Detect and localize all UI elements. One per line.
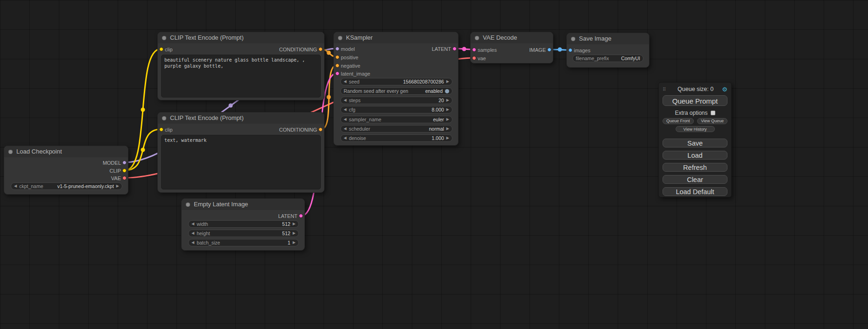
output-dot-latent[interactable] [299,214,303,218]
input-dot-model[interactable] [335,47,339,51]
random-seed-toggle-icon[interactable] [445,89,449,93]
decrement-icon[interactable]: ◀ [344,116,346,123]
widget-width[interactable]: ◀ width 512 ▶ [188,220,299,228]
view-queue-button[interactable]: View Queue [697,118,727,124]
output-slot-latent: LATENT [432,46,451,52]
decrement-icon[interactable]: ◀ [191,230,194,237]
output-dot-conditioning[interactable] [318,127,323,132]
collapse-dot-icon[interactable] [186,203,190,207]
negative-prompt-textarea[interactable]: text, watermark [161,135,321,189]
node-header[interactable]: Save Image [567,33,649,44]
output-dot-model[interactable] [122,161,127,165]
collapse-dot-icon[interactable] [162,116,166,120]
decrement-icon[interactable]: ◀ [191,239,194,246]
input-dot-negative[interactable] [335,63,339,68]
increment-icon[interactable]: ▶ [446,97,449,104]
increment-icon[interactable]: ▶ [446,106,449,113]
collapse-dot-icon[interactable] [8,150,13,154]
node-empty-latent-image[interactable]: Empty Latent Image LATENT ◀ width 512 ▶ … [181,198,305,251]
input-dot-clip[interactable] [159,127,163,132]
node-header[interactable]: CLIP Text Encode (Prompt) [158,32,324,43]
link-midpoint-model [229,104,233,108]
positive-prompt-textarea[interactable]: beautiful scenery nature glass bottle la… [161,55,321,98]
decrement-icon[interactable]: ◀ [344,134,346,142]
output-slot-latent: LATENT [278,213,297,219]
input-dot-clip[interactable] [159,47,163,51]
decrement-icon[interactable]: ◀ [344,125,346,133]
increment-icon[interactable]: ▶ [293,230,296,237]
increment-icon[interactable]: ▶ [446,134,449,142]
node-save-image[interactable]: Save Image images filename_prefix ComfyU… [566,33,649,68]
increment-icon[interactable]: ▶ [446,78,449,85]
node-load-checkpoint[interactable]: Load Checkpoint MODEL CLIP VAE ◀ ckpt_na… [4,146,128,195]
input-dot-positive[interactable] [335,55,339,59]
node-ksampler[interactable]: KSampler model positive negative latent_… [333,32,459,146]
widget-seed[interactable]: ◀ seed 156680208700286 ▶ [340,78,452,85]
widget-random-seed[interactable]: Random seed after every gen enabled [340,87,452,95]
widget-filename-prefix[interactable]: filename_prefix ComfyUI [572,55,643,62]
widget-cfg[interactable]: ◀ cfg 8.000 ▶ [340,106,452,113]
input-dot-images[interactable] [568,48,572,52]
load-button[interactable]: Load [663,151,727,160]
output-dot-clip[interactable] [122,168,127,173]
node-vae-decode[interactable]: VAE Decode samples vae IMAGE [470,32,553,63]
node-header[interactable]: VAE Decode [471,32,553,43]
widget-label: scheduler [349,126,370,132]
widget-value: 156680208700286 [403,79,444,84]
input-dot-samples[interactable] [472,48,476,52]
increment-icon[interactable]: ▶ [446,116,449,123]
input-slot-negative: negative [341,63,360,69]
collapse-dot-icon[interactable] [338,36,342,40]
extra-options-label: Extra options [675,110,707,116]
settings-gear-icon[interactable]: ⚙ [722,86,727,93]
increment-icon[interactable]: ▶ [293,220,296,228]
output-dot-latent[interactable] [452,47,457,51]
node-header[interactable]: KSampler [334,32,458,43]
view-history-button[interactable]: View History [676,126,715,132]
input-dot-latent-image[interactable] [335,71,339,76]
link-midpoint-cond-negative [327,95,331,99]
increment-icon[interactable]: ▶ [293,239,296,246]
output-dot-vae[interactable] [122,176,127,180]
input-slot-vae: vae [478,55,486,62]
load-default-button[interactable]: Load Default [663,187,727,196]
widget-value: 20 [438,98,444,103]
node-clip-text-encode-negative[interactable]: CLIP Text Encode (Prompt) clip CONDITION… [157,112,325,193]
collapse-dot-icon[interactable] [571,37,575,41]
output-dot-conditioning[interactable] [318,47,323,51]
refresh-button[interactable]: Refresh [663,163,727,172]
queue-front-button[interactable]: Queue Front [663,118,694,124]
collapse-dot-icon[interactable] [475,36,479,40]
output-dot-image[interactable] [547,48,551,52]
decrement-icon[interactable]: ◀ [344,78,346,85]
queue-prompt-button[interactable]: Queue Prompt [663,95,727,106]
decrement-icon[interactable]: ◀ [14,182,17,190]
input-dot-vae[interactable] [472,56,476,60]
node-header[interactable]: Empty Latent Image [182,199,304,210]
widget-steps[interactable]: ◀ steps 20 ▶ [340,97,452,104]
node-clip-text-encode-positive[interactable]: CLIP Text Encode (Prompt) clip CONDITION… [157,32,325,100]
clear-button[interactable]: Clear [663,175,727,184]
widget-sampler-name[interactable]: ◀ sampler_name euler ▶ [340,116,452,123]
widget-denoise[interactable]: ◀ denoise 1.000 ▶ [340,134,452,142]
decrement-icon[interactable]: ◀ [344,106,346,113]
node-graph-canvas[interactable]: Load Checkpoint MODEL CLIP VAE ◀ ckpt_na… [0,0,868,329]
widget-label: Random seed after every gen [344,88,408,94]
decrement-icon[interactable]: ◀ [344,97,346,104]
input-slot-positive: positive [341,54,358,61]
widget-batch-size[interactable]: ◀ batch_size 1 ▶ [188,239,299,246]
decrement-icon[interactable]: ◀ [191,220,194,228]
node-header[interactable]: CLIP Text Encode (Prompt) [158,112,324,124]
increment-icon[interactable]: ▶ [446,125,449,133]
widget-ckpt-name[interactable]: ◀ ckpt_name v1-5-pruned-emaonly.ckpt ▶ [11,182,122,190]
drag-handle-icon[interactable]: ⠿ [663,87,669,92]
collapse-dot-icon[interactable] [162,36,166,40]
increment-icon[interactable]: ▶ [116,182,119,190]
widget-label: seed [349,79,360,84]
node-header[interactable]: Load Checkpoint [4,146,128,157]
save-button[interactable]: Save [663,139,727,147]
widget-height[interactable]: ◀ height 512 ▶ [188,230,299,237]
widget-scheduler[interactable]: ◀ scheduler normal ▶ [340,125,452,133]
extra-options-checkbox[interactable] [711,111,715,115]
widget-value: ComfyUI [621,56,640,61]
